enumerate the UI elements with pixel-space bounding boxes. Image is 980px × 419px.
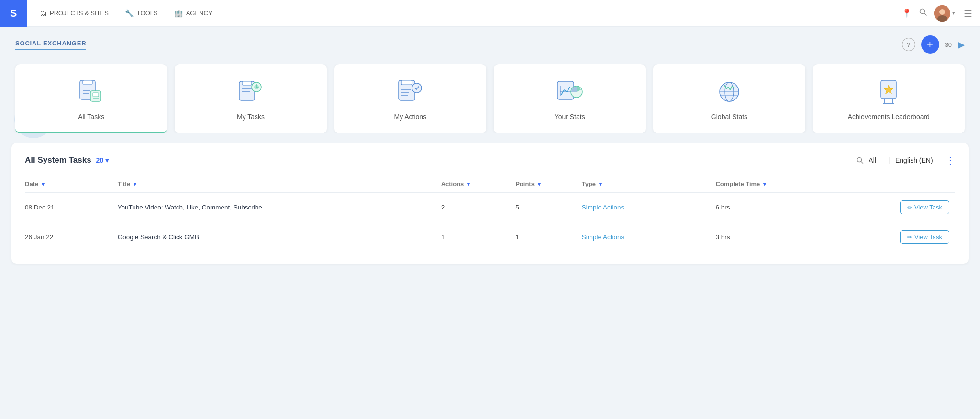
card-achievements[interactable]: Achievements Leaderboard (813, 64, 965, 133)
credits-badge: $0 (945, 41, 952, 48)
more-options-button[interactable]: ⋮ (946, 154, 955, 166)
table-section: All System Tasks 20 ▾ All | English (EN)… (11, 143, 969, 264)
cell-points-0: 5 (515, 193, 581, 222)
col-action-btn (836, 176, 955, 193)
col-date[interactable]: Date ▾ (25, 176, 118, 193)
table-count-selector[interactable]: 20 ▾ (96, 156, 109, 164)
points-sort-icon: ▾ (538, 181, 541, 187)
avatar-chevron-icon: ▾ (952, 10, 955, 16)
my-actions-icon (395, 78, 425, 105)
nav-label-projects: PROJECTS & SITES (50, 10, 109, 17)
svg-rect-14 (242, 81, 252, 85)
col-actions[interactable]: Actions ▾ (441, 176, 516, 193)
top-navigation: S 🗂 PROJECTS & SITES 🔧 TOOLS 🏢 AGENCY 📍 … (0, 0, 980, 27)
logo: S (0, 0, 27, 27)
svg-line-1 (924, 13, 927, 16)
card-your-stats[interactable]: Your Stats (494, 64, 646, 133)
cell-btn-1: ✏ View Task (836, 222, 955, 252)
card-label-your-stats: Your Stats (555, 113, 585, 121)
table-row: 26 Jan 22 Google Search & Click GMB 1 1 … (25, 222, 955, 252)
cell-actions-0: 2 (441, 193, 516, 222)
card-label-my-tasks: My Tasks (237, 113, 265, 121)
table-filters: All | English (EN) ⋮ (857, 154, 955, 166)
achievements-icon (873, 78, 904, 105)
cell-actions-1: 1 (441, 222, 516, 252)
title-sort-icon: ▾ (134, 181, 136, 187)
nav-item-agency[interactable]: 🏢 AGENCY (167, 6, 220, 21)
table-search[interactable] (857, 157, 864, 164)
cell-title-0: YouTube Video: Watch, Like, Comment, Sub… (118, 193, 441, 222)
projects-icon: 🗂 (40, 9, 47, 17)
cell-title-1: Google Search & Click GMB (118, 222, 441, 252)
user-avatar (934, 5, 950, 22)
card-my-tasks[interactable]: My Tasks (175, 64, 326, 133)
cell-date-1: 26 Jan 22 (25, 222, 118, 252)
view-task-button-0[interactable]: ✏ View Task (900, 200, 949, 214)
cell-points-1: 1 (515, 222, 581, 252)
card-label-my-actions: My Actions (394, 113, 426, 121)
add-button[interactable]: + (921, 35, 939, 54)
user-avatar-wrap[interactable]: ▾ (934, 5, 955, 22)
page-header: SOCIAL EXCHANGER ? + $0 ▶ (0, 27, 980, 56)
nav-label-agency: AGENCY (186, 10, 212, 17)
complete-time-sort-icon: ▾ (763, 181, 766, 187)
svg-line-42 (861, 161, 863, 163)
col-complete-time[interactable]: Complete Time ▾ (715, 176, 836, 193)
filter-separator: | (889, 156, 891, 164)
edit-icon-0: ✏ (907, 204, 912, 211)
help-button[interactable]: ? (902, 38, 915, 51)
card-label-achievements: Achievements Leaderboard (848, 113, 930, 121)
play-button[interactable]: ▶ (958, 39, 965, 50)
hamburger-icon[interactable]: ☰ (964, 8, 972, 19)
svg-point-3 (939, 9, 945, 15)
nav-right: 📍 ▾ ☰ (902, 5, 972, 22)
actions-sort-icon: ▾ (467, 181, 470, 187)
col-points[interactable]: Points ▾ (515, 176, 581, 193)
edit-icon-1: ✏ (907, 234, 912, 241)
filter-all-select[interactable]: All (869, 156, 884, 164)
tasks-table: Date ▾ Title ▾ Actions ▾ Points ▾ Type (25, 176, 955, 252)
card-label-global-stats: Global Stats (711, 113, 747, 121)
cell-btn-0: ✏ View Task (836, 193, 955, 222)
cards-section: All Tasks My Tasks (0, 56, 980, 143)
card-label-all-tasks: All Tasks (78, 113, 104, 121)
page-title: SOCIAL EXCHANGER (15, 40, 86, 50)
table-header: All System Tasks 20 ▾ All | English (EN)… (25, 154, 955, 166)
my-tasks-icon (235, 78, 266, 105)
svg-point-23 (412, 83, 422, 93)
nav-item-projects[interactable]: 🗂 PROJECTS & SITES (33, 6, 116, 21)
svg-rect-22 (401, 80, 412, 85)
tools-icon: 🔧 (125, 9, 134, 18)
table-search-icon (857, 157, 864, 164)
svg-rect-11 (93, 93, 99, 97)
header-actions: ? + $0 ▶ (902, 35, 965, 54)
filter-lang-select[interactable]: English (EN) (895, 156, 941, 164)
col-type[interactable]: Type ▾ (582, 176, 716, 193)
all-tasks-icon (76, 78, 107, 105)
your-stats-icon (555, 78, 585, 105)
search-icon[interactable] (919, 8, 927, 19)
cell-type-1: Simple Actions (582, 222, 716, 252)
cell-type-0: Simple Actions (582, 193, 716, 222)
col-title[interactable]: Title ▾ (118, 176, 441, 193)
card-global-stats[interactable]: Global Stats (653, 64, 805, 133)
table-row: 08 Dec 21 YouTube Video: Watch, Like, Co… (25, 193, 955, 222)
svg-rect-6 (83, 80, 92, 84)
cell-date-0: 08 Dec 21 (25, 193, 118, 222)
nav-item-tools[interactable]: 🔧 TOOLS (118, 6, 165, 21)
table-title: All System Tasks (25, 155, 91, 165)
nav-items: 🗂 PROJECTS & SITES 🔧 TOOLS 🏢 AGENCY (33, 6, 902, 21)
table-title-area: All System Tasks 20 ▾ (25, 155, 109, 165)
credits-value: $0 (945, 41, 952, 48)
global-stats-icon (714, 78, 745, 105)
pin-icon[interactable]: 📍 (902, 8, 912, 19)
card-my-actions[interactable]: My Actions (334, 64, 486, 133)
card-all-tasks[interactable]: All Tasks (15, 64, 167, 133)
cell-time-1: 3 hrs (715, 222, 836, 252)
agency-icon: 🏢 (174, 9, 183, 18)
table-body: 08 Dec 21 YouTube Video: Watch, Like, Co… (25, 193, 955, 252)
table-header-row: Date ▾ Title ▾ Actions ▾ Points ▾ Type (25, 176, 955, 193)
view-task-button-1[interactable]: ✏ View Task (900, 230, 949, 244)
nav-label-tools: TOOLS (137, 10, 158, 17)
date-sort-icon: ▾ (42, 181, 45, 187)
